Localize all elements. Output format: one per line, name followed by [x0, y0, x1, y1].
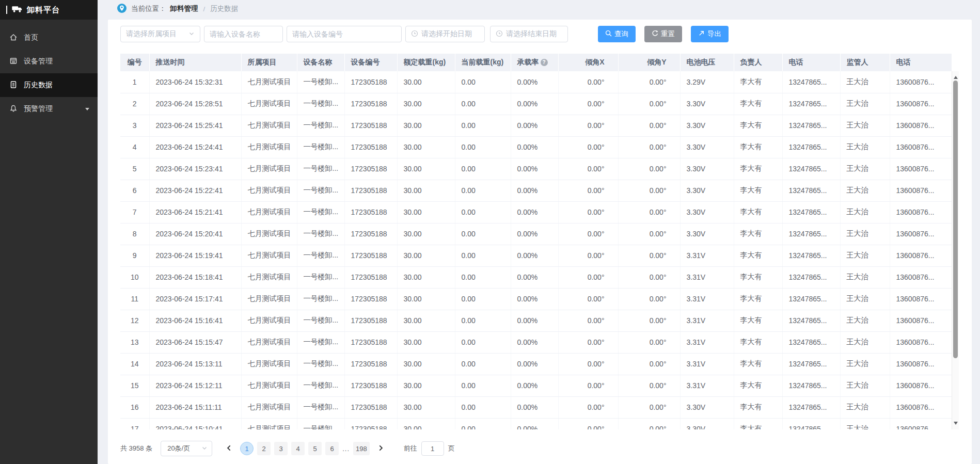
pager-next-button[interactable] — [374, 443, 387, 454]
table-cell: 0.00% — [511, 201, 558, 223]
table-cell: 0.00° — [618, 288, 680, 310]
breadcrumb-prefix: 当前位置： — [131, 4, 166, 13]
page-button-5[interactable]: 5 — [308, 442, 322, 455]
table-cell: 0.00 — [455, 136, 511, 158]
help-icon[interactable]: ? — [541, 59, 548, 66]
sidebar-item-devices[interactable]: 设备管理 — [0, 50, 98, 73]
table-cell: 172305188 — [344, 288, 397, 310]
table-cell: 13600876... — [890, 396, 952, 418]
table-cell: 李大有 — [734, 93, 782, 115]
pager-prev-button[interactable] — [223, 443, 236, 454]
table-cell: 0.00 — [455, 266, 511, 288]
table-cell: 6 — [120, 180, 149, 201]
table-cell: 七月测试项目 — [241, 288, 297, 310]
table-cell: 30.00 — [397, 93, 455, 115]
sidebar-item-label: 历史数据 — [24, 81, 53, 90]
breadcrumb-section[interactable]: 卸料管理 — [170, 4, 198, 13]
reset-button[interactable]: 重置 — [644, 26, 682, 42]
table-row: 122023-06-24 15:16:41七月测试项目一号楼卸...172305… — [120, 310, 952, 331]
start-date-picker[interactable]: 请选择开始日期 — [405, 26, 485, 42]
table-cell: 30.00 — [397, 266, 455, 288]
table-row: 32023-06-24 15:25:41七月测试项目一号楼卸...1723051… — [120, 115, 952, 136]
table-cell: 0.00° — [558, 201, 618, 223]
page-button-3[interactable]: 3 — [274, 442, 288, 455]
table-cell: 30.00 — [397, 115, 455, 136]
sidebar-item-history[interactable]: 历史数据 — [0, 73, 98, 97]
table-cell: 0.00° — [618, 331, 680, 353]
filter-bar: 请选择所属项目 请选择开始日期 — [120, 26, 959, 42]
table-cell: 13247865... — [782, 375, 840, 396]
table-cell: 13247865... — [782, 115, 840, 136]
table-cell: 30.00 — [397, 310, 455, 331]
content-card: 请选择所属项目 请选择开始日期 — [108, 20, 972, 464]
goto-page-input[interactable] — [421, 441, 444, 456]
end-date-picker[interactable]: 请选择结束日期 — [490, 26, 568, 42]
table-cell: 王大治 — [840, 396, 890, 418]
table-cell: 七月测试项目 — [241, 180, 297, 201]
export-button[interactable]: 导出 — [691, 26, 729, 42]
page-button-2[interactable]: 2 — [257, 442, 271, 455]
table-cell: 15 — [120, 375, 149, 396]
table-cell: 一号楼卸... — [297, 71, 344, 93]
table-row: 82023-06-24 15:20:41七月测试项目一号楼卸...1723051… — [120, 223, 952, 245]
filter-buttons: 查询 重置 导出 — [598, 26, 729, 42]
table-cell: 30.00 — [397, 288, 455, 310]
table-cell: 2 — [120, 93, 149, 115]
page-button-198[interactable]: 198 — [353, 442, 370, 455]
scrollbar-up-arrow-icon[interactable] — [954, 74, 958, 79]
pager-ellipsis[interactable]: ... — [342, 445, 350, 453]
table-cell: 李大有 — [734, 180, 782, 201]
table-cell: 一号楼卸... — [297, 375, 344, 396]
device-no-input[interactable] — [292, 30, 396, 38]
project-select-placeholder: 请选择所属项目 — [126, 29, 177, 39]
table-row: 172023-06-24 15:10:41七月测试项目一号楼卸...172305… — [120, 418, 952, 429]
table-cell: 13247865... — [782, 223, 840, 245]
table-cell: 0.00% — [511, 375, 558, 396]
table-row: 152023-06-24 15:12:11七月测试项目一号楼卸...172305… — [120, 375, 952, 396]
table-cell: 4 — [120, 136, 149, 158]
device-name-input[interactable] — [210, 30, 277, 38]
table-cell: 3.30V — [680, 180, 734, 201]
table-cell: 172305188 — [344, 136, 397, 158]
table-cell: 王大治 — [840, 245, 890, 266]
column-header-11: 负责人 — [734, 54, 782, 71]
table-cell: 3.30V — [680, 93, 734, 115]
breadcrumb: 当前位置： 卸料管理 / 历史数据 — [98, 0, 980, 18]
scrollbar-thumb[interactable] — [953, 81, 958, 358]
table-cell: 李大有 — [734, 266, 782, 288]
table-cell: 李大有 — [734, 223, 782, 245]
column-header-2: 所属项目 — [241, 54, 297, 71]
project-select[interactable]: 请选择所属项目 — [120, 26, 200, 42]
table-cell: 七月测试项目 — [241, 418, 297, 429]
clock-icon — [411, 30, 418, 39]
table-cell: 0.00% — [511, 180, 558, 201]
page-size-select[interactable]: 20条/页 — [161, 441, 212, 456]
table-cell: 13600876... — [890, 71, 952, 93]
table-cell: 13247865... — [782, 288, 840, 310]
sidebar-item-alerts[interactable]: 预警管理 — [0, 97, 98, 121]
table-cell: 172305188 — [344, 115, 397, 136]
sidebar-item-home[interactable]: 首页 — [0, 26, 98, 50]
table-row: 72023-06-24 15:21:41七月测试项目一号楼卸...1723051… — [120, 201, 952, 223]
page-button-4[interactable]: 4 — [291, 442, 305, 455]
history-table: 编号推送时间所属项目设备名称设备编号额定载重(kg)当前载重(kg)承载率?倾角… — [120, 54, 952, 429]
table-cell: 王大治 — [840, 201, 890, 223]
table-scrollbar[interactable] — [952, 71, 959, 429]
page-button-6[interactable]: 6 — [325, 442, 339, 455]
query-button[interactable]: 查询 — [598, 26, 636, 42]
home-icon — [9, 33, 18, 43]
truck-icon — [11, 5, 23, 14]
page-button-1[interactable]: 1 — [240, 442, 254, 455]
table-cell: 13247865... — [782, 310, 840, 331]
table-cell: 0.00% — [511, 93, 558, 115]
table-cell: 3.30V — [680, 136, 734, 158]
scrollbar-down-arrow-icon[interactable] — [954, 422, 958, 427]
table-cell: 30.00 — [397, 396, 455, 418]
table-cell: 13600876... — [890, 201, 952, 223]
column-header-0: 编号 — [120, 54, 149, 71]
table-cell: 一号楼卸... — [297, 223, 344, 245]
table-cell: 李大有 — [734, 158, 782, 180]
table-cell: 3.31V — [680, 375, 734, 396]
sidebar-item-label: 预警管理 — [24, 104, 53, 114]
table-cell: 0.00° — [558, 375, 618, 396]
